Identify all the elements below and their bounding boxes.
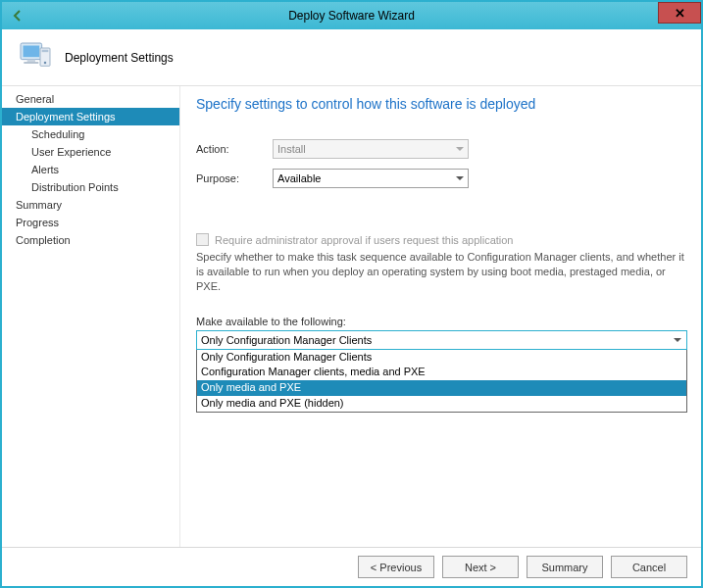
summary-button[interactable]: Summary <box>527 556 603 578</box>
action-select: Install <box>273 139 469 159</box>
back-icon[interactable] <box>9 7 26 24</box>
sidebar-item-progress[interactable]: Progress <box>2 214 179 231</box>
chevron-down-icon <box>456 176 464 180</box>
dropdown-option[interactable]: Only media and PXE (hidden) <box>197 396 686 412</box>
computer-icon <box>16 38 55 77</box>
svg-rect-3 <box>24 62 38 64</box>
chevron-down-icon <box>456 147 464 151</box>
svg-rect-5 <box>42 49 49 52</box>
svg-point-6 <box>44 61 47 64</box>
action-value: Install <box>277 143 306 155</box>
action-label: Action: <box>196 143 273 155</box>
previous-button[interactable]: < Previous <box>358 556 434 578</box>
svg-rect-2 <box>27 59 35 62</box>
deploy-software-wizard-window: Deploy Software Wizard ✕ Deployment Sett… <box>0 0 703 588</box>
sidebar-item-summary[interactable]: Summary <box>2 196 179 214</box>
svg-rect-1 <box>24 45 40 57</box>
sidebar-item-user-experience[interactable]: User Experience <box>2 143 179 161</box>
available-label: Make available to the following: <box>196 316 687 327</box>
close-icon: ✕ <box>675 6 685 21</box>
wizard-footer: < Previous Next > Summary Cancel <box>2 547 701 586</box>
header-area: Deployment Settings <box>2 29 701 86</box>
approval-checkbox-row: Require administrator approval if users … <box>196 233 687 246</box>
wizard-sidebar: GeneralDeployment SettingsSchedulingUser… <box>2 86 180 547</box>
purpose-select[interactable]: Available <box>273 169 469 188</box>
window-title: Deploy Software Wizard <box>2 9 701 23</box>
dropdown-option[interactable]: Only Configuration Manager Clients <box>197 350 686 366</box>
available-dropdown-list: Only Configuration Manager ClientsConfig… <box>196 350 687 413</box>
main-panel: Specify settings to control how this sof… <box>180 86 701 547</box>
next-button[interactable]: Next > <box>442 556 519 578</box>
titlebar: Deploy Software Wizard ✕ <box>2 2 701 29</box>
available-select[interactable]: Only Configuration Manager Clients <box>196 330 687 350</box>
sidebar-item-distribution-points[interactable]: Distribution Points <box>2 178 179 196</box>
sidebar-item-alerts[interactable]: Alerts <box>2 161 179 178</box>
chevron-down-icon <box>674 338 681 342</box>
purpose-row: Purpose: Available <box>196 169 687 188</box>
dropdown-option[interactable]: Only media and PXE <box>197 380 686 396</box>
approval-checkbox <box>196 233 209 246</box>
cancel-button[interactable]: Cancel <box>611 556 687 578</box>
main-heading: Specify settings to control how this sof… <box>196 96 687 112</box>
approval-checkbox-label: Require administrator approval if users … <box>215 234 514 246</box>
page-title: Deployment Settings <box>65 51 174 65</box>
available-selected-value: Only Configuration Manager Clients <box>201 334 372 346</box>
sidebar-item-completion[interactable]: Completion <box>2 231 179 249</box>
sidebar-item-scheduling[interactable]: Scheduling <box>2 125 179 143</box>
body-area: GeneralDeployment SettingsSchedulingUser… <box>2 86 701 547</box>
purpose-value: Available <box>277 172 321 184</box>
action-row: Action: Install <box>196 139 687 159</box>
sidebar-item-general[interactable]: General <box>2 90 179 108</box>
sidebar-item-deployment-settings[interactable]: Deployment Settings <box>2 108 179 125</box>
close-button[interactable]: ✕ <box>658 2 701 24</box>
availability-description: Specify whether to make this task sequen… <box>196 250 687 294</box>
dropdown-option[interactable]: Configuration Manager clients, media and… <box>197 365 686 380</box>
purpose-label: Purpose: <box>196 172 273 184</box>
